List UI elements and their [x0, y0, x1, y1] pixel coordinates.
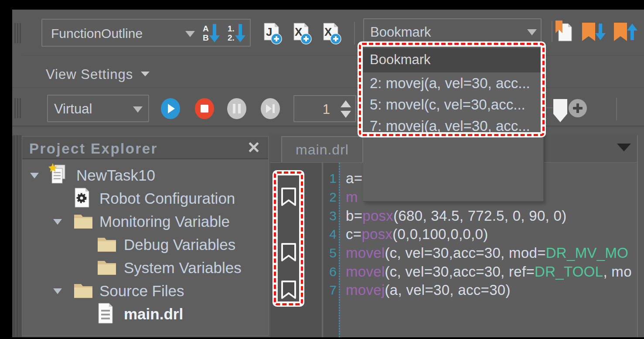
tree-item-label: Monitoring Variable: [99, 213, 230, 230]
tree-item-monitoring-variable[interactable]: Monitoring Variable: [22, 210, 268, 233]
code-line-2: m: [346, 188, 358, 206]
code-line-1: a=: [346, 169, 362, 188]
tree-item-label: System Variables: [124, 259, 242, 277]
line-spinner-value: 1: [294, 102, 330, 117]
close-icon[interactable]: [248, 141, 259, 153]
view-settings-caret-icon: [141, 72, 150, 76]
highlight-dropdown-box: [358, 41, 546, 137]
code-line-7: movej(a, vel=30, acc=30): [346, 281, 511, 299]
tree-item-label: Debug Variables: [124, 236, 235, 253]
mode-combo-value: Virtual: [54, 101, 92, 117]
folder-icon: [73, 281, 93, 301]
expander-icon[interactable]: [53, 219, 62, 225]
folder-icon: [97, 235, 117, 254]
bookmark-combo-value: Bookmark: [370, 24, 431, 40]
tree-item-label: main.drl: [124, 305, 183, 323]
tree-item-label: Robot Configuration: [99, 190, 235, 207]
folder-icon: [97, 258, 117, 277]
play-button[interactable]: [161, 98, 180, 119]
code-line-3: b=posx(680, 34.5, 772.5, 0, 90, 0): [346, 206, 566, 225]
project-explorer-panel: Project Explorer NewTask10 Rob: [22, 136, 269, 336]
line-number: 2: [324, 188, 337, 206]
expander-icon[interactable]: [30, 173, 39, 178]
line-number: 5: [324, 243, 337, 262]
task-icon: [48, 163, 68, 188]
spinner-up-icon[interactable]: [341, 100, 351, 107]
line-spinner[interactable]: 1: [293, 95, 356, 122]
function-outline-value: FunctionOutline: [51, 26, 143, 41]
line-number: 3: [324, 206, 337, 225]
add-bookmark-button[interactable]: [553, 99, 587, 125]
bookmark-combo-caret-icon: [527, 29, 537, 35]
bookmark-combo[interactable]: Bookmark: [363, 18, 542, 45]
toolbar1-separator-2: [552, 21, 552, 42]
tab-list-caret-icon[interactable]: [617, 144, 631, 151]
line-number: 1: [324, 169, 337, 188]
add-task-file-button[interactable]: J: [263, 23, 282, 46]
view-settings-label: View Settings: [46, 67, 133, 82]
code-line-6: movel(c, vel=30,acc=30, ref=DR_TOOL, mo: [346, 262, 632, 281]
code-line-4: c=posx(0,0,100,0,0,0): [346, 225, 488, 243]
robot-config-icon: [74, 188, 90, 209]
tab-label: main.drl: [282, 142, 362, 158]
sort-numeric-icon[interactable]: 1.2.: [228, 23, 245, 44]
tree-item-label: NewTask10: [76, 167, 155, 184]
tree-item-system-variables[interactable]: System Variables: [22, 256, 268, 279]
toolbar1-separator-1: [354, 22, 355, 45]
tab-main-drl[interactable]: main.drl: [281, 136, 363, 162]
file-icon: [98, 303, 113, 325]
bookmark-next-button[interactable]: [582, 23, 606, 44]
tree-item-label: Source Files: [99, 282, 184, 300]
tree-item-source-files[interactable]: Source Files: [22, 279, 268, 302]
svg-text:J: J: [266, 25, 272, 38]
divider-2: [12, 87, 644, 88]
tree-item-robot-configuration[interactable]: Robot Configuration: [22, 187, 268, 210]
highlight-gutter-box: [273, 170, 304, 307]
indent-guide-line: [339, 163, 340, 337]
divider-1: [22, 55, 644, 55]
code-line-5: movel(c, vel=30,acc=30, mod=DR_MV_MO: [346, 243, 628, 262]
toolbar1-drag-handle[interactable]: [14, 23, 21, 43]
function-outline-combo[interactable]: FunctionOutline AB 1.2.: [41, 19, 251, 47]
tree-item-debug-variables[interactable]: Debug Variables: [22, 233, 268, 256]
tree-item-newtask10[interactable]: NewTask10: [22, 164, 268, 187]
tree-item-main-drl[interactable]: main.drl: [22, 302, 268, 325]
toolbar2-separator: [616, 98, 617, 120]
step-button[interactable]: [261, 98, 280, 119]
left-rail: [12, 135, 22, 337]
line-number: 4: [324, 225, 337, 243]
bookmark-page-button[interactable]: [555, 20, 573, 45]
bookmark-previous-button[interactable]: [614, 23, 637, 44]
expander-icon[interactable]: [53, 288, 62, 294]
stop-button[interactable]: [195, 98, 214, 119]
toolbar2-drag-handle[interactable]: [14, 98, 21, 118]
function-outline-caret-icon: [185, 31, 195, 37]
divider-3: [12, 126, 644, 127]
add-x-file-button-1[interactable]: X: [293, 23, 312, 46]
project-explorer-header: Project Explorer: [22, 137, 268, 159]
view-settings-menu[interactable]: View Settings: [46, 65, 133, 84]
mode-combo[interactable]: Virtual: [47, 95, 149, 122]
folder-icon: [73, 212, 93, 231]
spinner-down-icon[interactable]: [341, 111, 351, 118]
sort-alpha-icon[interactable]: AB: [203, 23, 220, 44]
line-number: 7: [324, 281, 337, 299]
mode-combo-caret-icon: [133, 106, 143, 113]
project-explorer-title: Project Explorer: [29, 140, 158, 157]
line-number: 6: [324, 262, 337, 281]
pause-button[interactable]: [227, 98, 246, 119]
add-x-file-button-2[interactable]: X: [322, 23, 341, 46]
